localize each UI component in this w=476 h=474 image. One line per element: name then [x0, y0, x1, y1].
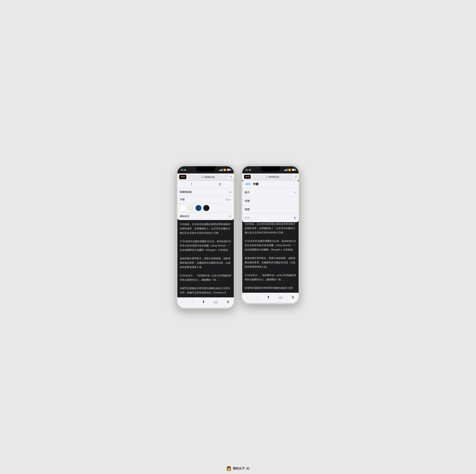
browser-toolbar-right: ‹ › ⬆ 📖 ⧉	[242, 293, 299, 303]
status-bar-right: 11:12 📶	[242, 166, 299, 174]
font-item[interactable]: 字體 蘋方 ›	[177, 196, 234, 203]
bookmarks-button-left[interactable]: 📖	[212, 299, 219, 305]
color-swatch-white[interactable]	[180, 205, 186, 211]
font-name-songti: 宋體	[245, 199, 250, 203]
font-name-yuanti: 圓體	[245, 216, 250, 220]
phone-comparison: 11:12 📶 大小 🔒 ettoday.net	[176, 165, 300, 309]
signal-bar-r4	[287, 169, 287, 171]
back-button-right[interactable]: ‹	[245, 294, 249, 300]
signal-bar-2	[220, 170, 221, 171]
size-selector-row: 小 大	[177, 180, 234, 188]
url-bar-right[interactable]: 🔒 ettoday.net	[252, 175, 293, 179]
settings-gear-icon: ⚙	[229, 215, 231, 218]
notch-left	[196, 166, 215, 171]
bookmarks-button-right[interactable]: 📖	[277, 294, 284, 300]
color-swatch-dark[interactable]	[195, 205, 202, 211]
share-button-right[interactable]: ⬆	[265, 294, 271, 300]
watermark-suffix: 3C	[246, 467, 250, 470]
content-area-left: 小 大 隱藏閱讀器 ⊕ 字體 蘋方 ›	[177, 180, 234, 297]
font-option-kaiti[interactable]: 楷體	[242, 205, 299, 214]
back-button-submenu[interactable]: ‹ 返回	[245, 182, 251, 186]
reader-mode-label: 隱藏閱讀器	[180, 191, 192, 194]
browser-chrome-left: 大小 🔒 ettoday.net ↺	[177, 174, 234, 180]
color-swatch-row	[177, 203, 234, 213]
download-icon[interactable]: ⬇	[294, 216, 296, 220]
website-settings-label: 網站設定	[180, 215, 189, 218]
url-text-left: ettoday.net	[204, 176, 215, 178]
article-para-3-right: 會議的聯合聲明誓言，將擴大制裁範圍，涵蓋俄國依賴的產業，並繼續為烏克蘭提供武器，…	[245, 256, 296, 269]
reader-mode-item[interactable]: 隱藏閱讀器 ⊕	[177, 188, 234, 196]
color-swatch-black[interactable]	[203, 205, 209, 211]
article-para-3-left: 會議的聯合聲明誓言，將擴大制裁範圍，涵蓋俄國依賴的產業，並繼續為烏克蘭提供武器，…	[180, 256, 231, 269]
share-button-left[interactable]: ⬆	[201, 299, 206, 305]
dropdown-panel-left: 小 大 隱藏閱讀器 ⊕ 字體 蘋方 ›	[177, 180, 234, 220]
font-check-icon: ✓	[294, 191, 296, 194]
signal-bar-r2	[285, 170, 286, 171]
signal-right	[284, 169, 287, 171]
url-bar-row-left: 大小 🔒 ettoday.net ↺	[177, 174, 234, 180]
time-right: 11:12	[245, 168, 251, 171]
watermark-text: 塔科女子	[233, 466, 245, 471]
signal-bar-r3	[286, 169, 287, 171]
battery-fill-right	[292, 169, 295, 170]
forward-button-left[interactable]: ›	[190, 299, 195, 305]
dropdown-overlay-left: 小 大 隱藏閱讀器 ⊕ 字體 蘋方 ›	[177, 180, 234, 220]
tabs-button-right[interactable]: ⧉	[290, 294, 296, 300]
submenu-title: 字體	[253, 182, 258, 186]
font-current-value: 蘋方	[225, 198, 230, 201]
font-name-pingfang: 蘋方	[245, 191, 250, 194]
font-submenu-header: ‹ 返回 字體	[242, 180, 299, 188]
url-bar-left[interactable]: 🔒 ettoday.net	[188, 175, 228, 179]
font-option-yuanti[interactable]: 圓體 ⬇	[242, 214, 299, 222]
color-swatch-cream[interactable]	[188, 205, 194, 211]
size-large-option[interactable]: 大	[206, 180, 234, 188]
signal-bar-4	[222, 169, 222, 171]
reader-mode-icon: ⊕	[229, 191, 231, 194]
tabs-button-left[interactable]: ⧉	[225, 299, 231, 305]
signal-bar-1	[219, 170, 220, 171]
time-left: 11:12	[180, 168, 186, 171]
forward-button-right[interactable]: ›	[255, 294, 259, 300]
lock-icon-left: 🔒	[202, 176, 204, 178]
website-settings-item[interactable]: 網站設定 ⚙	[177, 213, 234, 220]
url-bar-row-right: 大小 🔒 ettoday.net ↺	[242, 174, 299, 180]
size-small-option[interactable]: 小	[177, 180, 206, 188]
signal-bar-r1	[284, 170, 285, 171]
article-para-1-left: 天的會議，並在會承認俄國企圖透過軍事侵略所改變的邊界，並將繼續投入，以支持烏克蘭…	[180, 222, 231, 235]
article-para-5-left: 當被問及盟國是否希望看到俄國也被趕出克里米亞時，德國外交部長員頓伯克（Annal…	[180, 286, 231, 295]
size-button-left[interactable]: 大小	[179, 175, 187, 179]
article-para-5-right: 當被問及盟國是否希望看到俄國也被趕出克里	[245, 286, 296, 290]
wifi-icon-right: 📶	[288, 169, 291, 171]
chevron-left-icon: ‹	[245, 183, 245, 185]
signal-bar-3	[221, 169, 221, 171]
status-icons-right: 📶	[284, 169, 296, 171]
font-label: 字體	[180, 198, 185, 201]
font-option-pingfang[interactable]: 蘋方 ✓	[242, 188, 299, 197]
browser-toolbar-left: ‹ › ⬆ 📖 ⧉	[177, 297, 234, 308]
back-button-left[interactable]: ‹	[180, 299, 185, 305]
watermark: 👩 塔科女子 3C	[226, 466, 250, 471]
font-value-row: 蘋方 ›	[225, 198, 231, 201]
size-button-right[interactable]: 大小	[244, 175, 251, 179]
phone-left: 11:12 📶 大小 🔒 ettoday.net	[176, 165, 235, 309]
battery-left	[227, 169, 231, 171]
lock-icon-right: 🔒	[266, 176, 268, 178]
status-bar-left: 11:12 📶	[177, 166, 234, 174]
article-para-1-right: 天的會議，並在會承認俄國企圖透過軍事侵略所改變的邊界，並將繼續投入，以支持烏克蘭…	[245, 222, 296, 235]
watermark-emoji: 👩	[226, 466, 232, 471]
font-chevron-icon: ›	[231, 198, 231, 201]
url-text-right: ettoday.net	[269, 176, 279, 178]
article-para-2-left: G7外長與烏克蘭和摩爾多瓦外長，還有歐盟外交和安全政策高級代表波瑞爾（Josep…	[180, 239, 231, 252]
font-option-songti[interactable]: 宋體	[242, 197, 299, 205]
font-submenu-panel: ‹ 返回 字體 蘋方 ✓ 宋體 楷體	[242, 180, 299, 222]
notch-right	[261, 166, 280, 171]
font-name-kaiti: 楷體	[245, 208, 250, 211]
reload-button-left[interactable]: ↺	[230, 175, 232, 179]
battery-right	[292, 169, 296, 171]
reload-button-right[interactable]: ↺	[295, 175, 297, 179]
phone-right: 11:12 📶 大小 🔒 ettoday.net	[241, 165, 300, 304]
font-submenu-overlay: ‹ 返回 字體 蘋方 ✓ 宋體 楷體	[242, 180, 299, 222]
status-icons-left: 📶	[219, 169, 231, 171]
article-para-4-right: G7外長表示：「我們重申進一步加大對俄國經濟和政治施壓的決心，繼續團結一致。」	[245, 273, 296, 282]
content-area-right: ‹ 返回 字體 蘋方 ✓ 宋體 楷體	[242, 180, 299, 293]
